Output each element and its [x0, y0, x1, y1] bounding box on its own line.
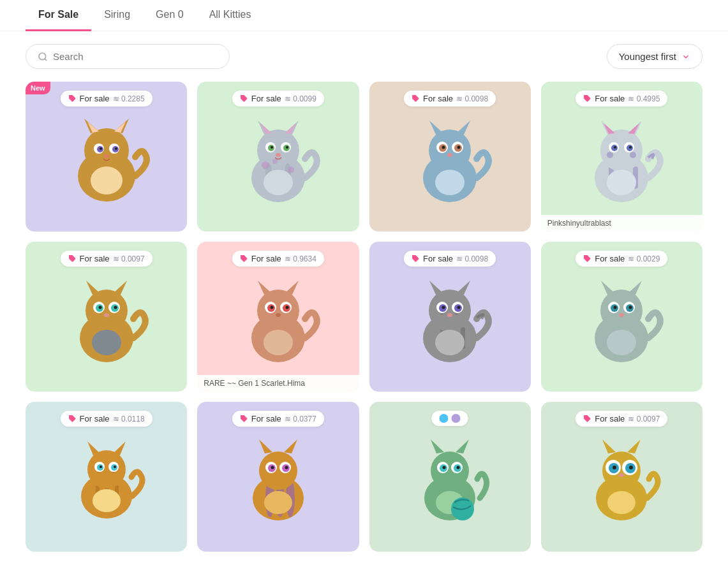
svg-point-61: [630, 152, 636, 158]
svg-point-48: [447, 153, 452, 157]
search-input[interactable]: [53, 51, 218, 62]
svg-point-159: [431, 452, 469, 490]
svg-point-110: [457, 305, 461, 309]
svg-point-94: [264, 330, 293, 355]
svg-point-125: [607, 330, 636, 355]
svg-point-60: [607, 152, 613, 158]
svg-point-78: [98, 305, 101, 309]
svg-point-166: [443, 466, 446, 469]
svg-marker-134: [87, 441, 101, 455]
svg-marker-40: [429, 121, 443, 135]
svg-point-4: [84, 128, 129, 173]
card-label: RARE ~~ Gen 1 Scarlet.Hima: [197, 375, 359, 392]
cat-image: [197, 82, 359, 232]
svg-point-115: [600, 290, 643, 332]
cat-image: [197, 242, 359, 392]
kitty-card[interactable]: For sale ≋ 0.0377: [197, 402, 359, 552]
svg-marker-73: [113, 281, 127, 295]
svg-marker-103: [429, 281, 443, 295]
svg-point-16: [91, 166, 123, 195]
svg-point-14: [115, 147, 117, 150]
svg-point-34: [262, 161, 269, 169]
svg-point-131: [87, 450, 126, 489]
cat-image: [369, 402, 531, 552]
toolbar: Youngest first: [0, 31, 728, 82]
svg-point-179: [613, 466, 616, 469]
cat-image: [26, 82, 187, 232]
svg-point-13: [100, 147, 102, 150]
svg-point-49: [435, 170, 464, 195]
kitty-card[interactable]: For sale ≋ 0.0099: [197, 82, 359, 232]
svg-point-30: [271, 146, 273, 149]
sort-dropdown[interactable]: Youngest first: [607, 44, 702, 69]
svg-point-80: [104, 313, 109, 317]
svg-marker-72: [86, 281, 100, 295]
svg-marker-174: [627, 439, 641, 453]
kitty-card[interactable]: For sale ≋ 0.9634 RARE ~~ Gen 1 Scarlet.…: [197, 242, 359, 392]
svg-point-91: [270, 305, 273, 309]
svg-point-39: [429, 129, 471, 172]
svg-marker-149: [259, 439, 272, 453]
svg-point-84: [257, 290, 299, 332]
svg-point-0: [39, 53, 46, 60]
svg-point-36: [272, 159, 278, 164]
svg-point-100: [429, 290, 471, 332]
svg-point-142: [93, 489, 121, 512]
new-badge: New: [26, 82, 50, 94]
cat-image: [369, 242, 531, 392]
kitty-grid: New For sale ≋ 0.2285: [0, 82, 728, 574]
cat-image: [541, 242, 702, 392]
svg-point-47: [457, 145, 461, 149]
main-nav: For Sale Siring Gen 0 All Kitties: [0, 0, 728, 31]
svg-point-66: [614, 146, 616, 149]
tab-for-sale[interactable]: For Sale: [26, 0, 91, 31]
kitty-card[interactable]: For sale ≋ 0.0097: [26, 242, 187, 392]
svg-point-141: [114, 466, 116, 468]
svg-marker-85: [258, 281, 272, 295]
svg-point-181: [619, 473, 624, 477]
cat-image: [26, 402, 187, 552]
svg-point-167: [457, 466, 460, 469]
svg-point-68: [607, 170, 636, 195]
svg-point-31: [286, 146, 288, 149]
svg-line-1: [45, 59, 47, 61]
kitty-card[interactable]: For sale ≋ 0.0118: [26, 402, 187, 552]
svg-point-71: [85, 290, 128, 332]
svg-point-182: [607, 491, 635, 514]
svg-marker-160: [431, 439, 444, 453]
sort-label: Youngest first: [619, 51, 676, 62]
cat-image: [541, 82, 702, 232]
svg-point-123: [629, 305, 632, 309]
svg-point-156: [285, 466, 288, 469]
svg-point-157: [264, 491, 292, 514]
svg-point-81: [92, 330, 121, 355]
svg-point-155: [271, 466, 274, 469]
svg-point-15: [104, 154, 109, 158]
kitty-card[interactable]: For sale ≋ 0.0097: [541, 402, 702, 552]
svg-marker-86: [285, 281, 299, 295]
kitty-card[interactable]: [369, 402, 531, 552]
svg-point-148: [259, 452, 297, 490]
kitty-card[interactable]: For sale ≋ 0.0029: [541, 242, 702, 392]
svg-point-112: [435, 330, 464, 355]
tab-all-kitties[interactable]: All Kitties: [197, 0, 264, 31]
svg-point-140: [100, 466, 102, 468]
svg-marker-104: [456, 281, 470, 295]
svg-point-32: [276, 153, 281, 157]
svg-point-111: [447, 313, 452, 317]
search-container: [26, 44, 230, 69]
kitty-card[interactable]: New For sale ≋ 0.2285: [26, 82, 187, 232]
svg-marker-117: [628, 281, 642, 295]
svg-point-124: [619, 313, 624, 317]
svg-point-180: [629, 466, 633, 469]
kitty-card[interactable]: For sale ≋ 0.4995 Pinks: [541, 82, 702, 232]
tab-siring[interactable]: Siring: [91, 0, 143, 31]
tab-gen0[interactable]: Gen 0: [143, 0, 197, 31]
svg-point-122: [614, 305, 617, 309]
kitty-card[interactable]: For sale ≋ 0.0098: [369, 242, 531, 392]
svg-marker-116: [601, 281, 615, 295]
svg-marker-150: [284, 439, 297, 453]
svg-point-46: [442, 145, 445, 149]
kitty-card[interactable]: For sale ≋ 0.0098: [369, 82, 531, 232]
card-label: Pinkshinyultrablast: [541, 215, 702, 232]
